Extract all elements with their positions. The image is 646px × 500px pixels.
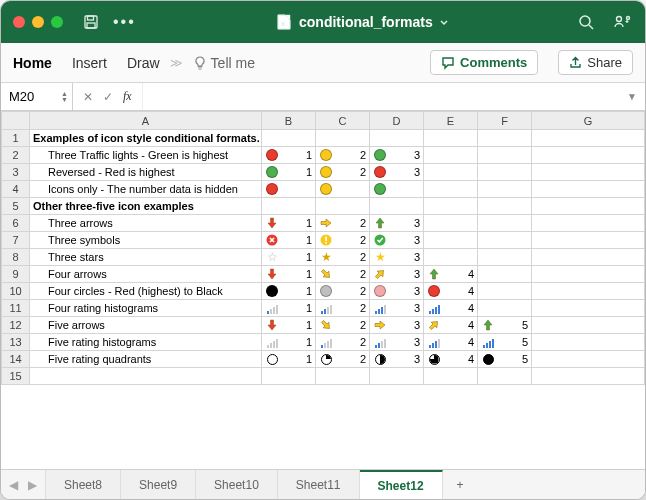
cell[interactable]: [262, 198, 316, 215]
cell[interactable]: 2: [316, 215, 370, 232]
cell[interactable]: [262, 181, 316, 198]
cell[interactable]: [424, 198, 478, 215]
cell[interactable]: 4: [424, 317, 478, 334]
col-header[interactable]: E: [424, 112, 478, 130]
cell[interactable]: 2: [316, 351, 370, 368]
row-header[interactable]: 10: [2, 283, 30, 300]
row-header[interactable]: 5: [2, 198, 30, 215]
cell[interactable]: 3: [370, 351, 424, 368]
cell[interactable]: Four arrows: [30, 266, 262, 283]
cell[interactable]: [262, 130, 316, 147]
search-icon[interactable]: [578, 14, 595, 31]
cell[interactable]: Four rating histograms: [30, 300, 262, 317]
row-header[interactable]: 8: [2, 249, 30, 266]
more-icon[interactable]: •••: [113, 13, 136, 31]
cell[interactable]: 1: [262, 334, 316, 351]
spreadsheet-grid[interactable]: ABCDEFG1Examples of icon style condition…: [1, 111, 645, 469]
cell[interactable]: [532, 266, 645, 283]
cell[interactable]: [478, 249, 532, 266]
cell[interactable]: 3: [370, 232, 424, 249]
row-header[interactable]: 11: [2, 300, 30, 317]
cell[interactable]: 1: [262, 232, 316, 249]
cell[interactable]: [478, 300, 532, 317]
close-icon[interactable]: [13, 16, 25, 28]
row-header[interactable]: 9: [2, 266, 30, 283]
cell[interactable]: [532, 351, 645, 368]
cell[interactable]: Icons only - The number data is hidden: [30, 181, 262, 198]
row-header[interactable]: 14: [2, 351, 30, 368]
row-header[interactable]: 4: [2, 181, 30, 198]
cell[interactable]: ☆1: [262, 249, 316, 266]
fx-label[interactable]: fx: [123, 89, 142, 104]
confirm-formula-icon[interactable]: ✓: [103, 90, 113, 104]
cell[interactable]: 2: [316, 317, 370, 334]
cell[interactable]: 4: [424, 300, 478, 317]
minimize-icon[interactable]: [32, 16, 44, 28]
cell[interactable]: 1: [262, 300, 316, 317]
cell[interactable]: [424, 232, 478, 249]
cell[interactable]: 3: [370, 334, 424, 351]
cell[interactable]: 1: [262, 266, 316, 283]
cell[interactable]: 3: [370, 317, 424, 334]
cell[interactable]: Three symbols: [30, 232, 262, 249]
col-header[interactable]: G: [532, 112, 645, 130]
cell[interactable]: 3: [370, 300, 424, 317]
cell[interactable]: 3: [370, 283, 424, 300]
cell[interactable]: [424, 181, 478, 198]
cell[interactable]: [478, 198, 532, 215]
share-people-icon[interactable]: [613, 14, 633, 31]
tab-home[interactable]: Home: [13, 55, 52, 71]
cell[interactable]: 1: [262, 164, 316, 181]
cell[interactable]: 4: [424, 266, 478, 283]
row-header[interactable]: 6: [2, 215, 30, 232]
cell[interactable]: 3: [370, 147, 424, 164]
cell[interactable]: 3: [370, 215, 424, 232]
sheet-nav-next-icon[interactable]: ▶: [28, 478, 37, 492]
cell[interactable]: 2: [316, 147, 370, 164]
cell[interactable]: 1: [262, 283, 316, 300]
cell[interactable]: [370, 130, 424, 147]
cell[interactable]: Reversed - Red is highest: [30, 164, 262, 181]
formula-input[interactable]: [142, 83, 619, 110]
cell[interactable]: [30, 368, 262, 385]
sheet-tab[interactable]: Sheet12: [360, 470, 443, 499]
cell[interactable]: Four circles - Red (highest) to Black: [30, 283, 262, 300]
cell[interactable]: Five rating histograms: [30, 334, 262, 351]
cell[interactable]: 3: [370, 164, 424, 181]
document-title[interactable]: x conditional_formats: [150, 14, 578, 30]
cell[interactable]: Three stars: [30, 249, 262, 266]
cell[interactable]: ★3: [370, 249, 424, 266]
sheet-tab[interactable]: Sheet9: [121, 470, 196, 499]
cell[interactable]: 2: [316, 232, 370, 249]
name-box[interactable]: M20 ▲▼: [1, 83, 73, 110]
cell[interactable]: [370, 368, 424, 385]
cell[interactable]: 2: [316, 334, 370, 351]
cell[interactable]: [424, 215, 478, 232]
sheet-tab[interactable]: Sheet10: [196, 470, 278, 499]
cell[interactable]: [316, 368, 370, 385]
tab-draw[interactable]: Draw: [127, 55, 160, 71]
cell[interactable]: Three Traffic lights - Green is highest: [30, 147, 262, 164]
cell[interactable]: 5: [478, 351, 532, 368]
row-header[interactable]: 2: [2, 147, 30, 164]
save-icon[interactable]: [83, 14, 99, 30]
cell[interactable]: [478, 181, 532, 198]
tab-insert[interactable]: Insert: [72, 55, 107, 71]
cell[interactable]: [478, 215, 532, 232]
cell[interactable]: [532, 130, 645, 147]
cell[interactable]: [532, 164, 645, 181]
cell[interactable]: [532, 317, 645, 334]
cell[interactable]: [478, 266, 532, 283]
row-header[interactable]: 3: [2, 164, 30, 181]
col-header[interactable]: C: [316, 112, 370, 130]
cell[interactable]: Five rating quadrants: [30, 351, 262, 368]
cell[interactable]: [478, 147, 532, 164]
cancel-formula-icon[interactable]: ✕: [83, 90, 93, 104]
col-header[interactable]: D: [370, 112, 424, 130]
cell[interactable]: [370, 198, 424, 215]
cell[interactable]: 1: [262, 317, 316, 334]
cell[interactable]: 2: [316, 300, 370, 317]
cell[interactable]: [532, 368, 645, 385]
cell[interactable]: [262, 368, 316, 385]
cell[interactable]: Other three-five icon examples: [30, 198, 262, 215]
